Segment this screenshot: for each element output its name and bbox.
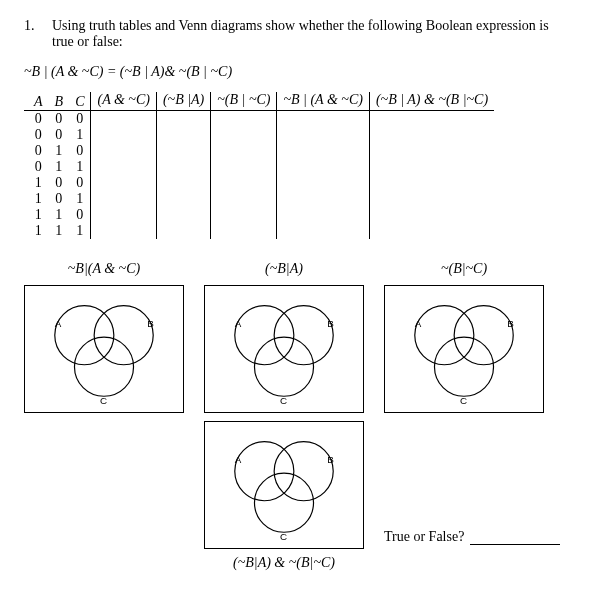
cell: [91, 143, 156, 159]
th-b: B: [49, 92, 70, 111]
svg-point-2: [74, 337, 133, 396]
cell: [211, 191, 277, 207]
cell: [91, 127, 156, 143]
venn-label-2: (~B|A): [265, 261, 303, 279]
cell: [369, 143, 494, 159]
th-c: C: [69, 92, 91, 111]
venn-box-1: A B C: [24, 285, 184, 413]
cell: [211, 111, 277, 128]
cell: 0: [24, 143, 49, 159]
svg-point-4: [274, 306, 333, 365]
th-col5: (~B | A) & ~(B |~C): [369, 92, 494, 111]
venn-c-label: C: [100, 395, 107, 406]
venn-a-label: A: [235, 318, 242, 329]
cell: [156, 191, 210, 207]
cell: [369, 223, 494, 239]
true-false-prompt: True or False?: [384, 529, 560, 573]
cell: 1: [69, 191, 91, 207]
cell: [156, 175, 210, 191]
cell: [369, 127, 494, 143]
svg-point-3: [235, 306, 294, 365]
cell: [369, 159, 494, 175]
venn-c-label: C: [460, 395, 467, 406]
cell: [369, 111, 494, 128]
cell: 0: [69, 175, 91, 191]
svg-point-11: [254, 473, 313, 532]
answer-blank[interactable]: [470, 530, 560, 545]
cell: [211, 127, 277, 143]
svg-point-6: [415, 306, 474, 365]
cell: 0: [24, 111, 49, 128]
venn-col-1: ~B|(A & ~C) A B C: [24, 261, 184, 413]
cell: 0: [49, 175, 70, 191]
cell: 1: [69, 159, 91, 175]
cell: [91, 207, 156, 223]
truth-table-header-row: A B C (A & ~C) (~B |A) ~(B | ~C) ~B | (A…: [24, 92, 494, 111]
cell: [277, 191, 369, 207]
venn-b-label: B: [327, 318, 334, 329]
boolean-expression: ~B | (A & ~C) = (~B | A)& ~(B | ~C): [24, 64, 572, 80]
venn-c-label: C: [280, 531, 287, 542]
cell: 0: [49, 191, 70, 207]
cell: 1: [24, 175, 49, 191]
th-col3: ~(B | ~C): [211, 92, 277, 111]
cell: [91, 111, 156, 128]
truth-table: A B C (A & ~C) (~B |A) ~(B | ~C) ~B | (A…: [24, 92, 494, 239]
cell: [369, 191, 494, 207]
cell: [91, 223, 156, 239]
cell: 0: [49, 111, 70, 128]
th-col2: (~B |A): [156, 92, 210, 111]
svg-point-0: [55, 306, 114, 365]
venn-box-3: A B C: [384, 285, 544, 413]
venn-b-label: B: [327, 454, 334, 465]
table-row: 1 1 1: [24, 223, 494, 239]
table-row: 0 1 0: [24, 143, 494, 159]
question-text: Using truth tables and Venn diagrams sho…: [52, 18, 572, 50]
th-col1: (A & ~C): [91, 92, 156, 111]
venn-label-1: ~B|(A & ~C): [68, 261, 140, 279]
cell: 1: [24, 191, 49, 207]
svg-point-7: [454, 306, 513, 365]
cell: [277, 159, 369, 175]
table-row: 0 1 1: [24, 159, 494, 175]
svg-point-10: [274, 442, 333, 501]
venn-c-label: C: [280, 395, 287, 406]
question-number: 1.: [24, 18, 52, 50]
cell: [211, 159, 277, 175]
venn-b-label: B: [147, 318, 154, 329]
table-row: 1 1 0: [24, 207, 494, 223]
cell: 1: [49, 223, 70, 239]
cell: [211, 207, 277, 223]
venn-row-bottom: A B C (~B|A) & ~(B|~C) True or False?: [24, 421, 572, 573]
svg-point-1: [94, 306, 153, 365]
cell: 0: [69, 111, 91, 128]
cell: [211, 223, 277, 239]
cell: [277, 223, 369, 239]
cell: [91, 175, 156, 191]
cell: [156, 207, 210, 223]
cell: [277, 207, 369, 223]
cell: 1: [24, 223, 49, 239]
venn-label-bottom: (~B|A) & ~(B|~C): [233, 555, 335, 573]
cell: [211, 143, 277, 159]
cell: 0: [24, 127, 49, 143]
venn-col-3: ~(B|~C) A B C: [384, 261, 544, 413]
venn-b-label: B: [507, 318, 514, 329]
venn-a-label: A: [235, 454, 242, 465]
cell: [369, 175, 494, 191]
tf-text: True or False?: [384, 529, 464, 545]
cell: [277, 175, 369, 191]
cell: [277, 143, 369, 159]
cell: 1: [69, 223, 91, 239]
venn-box-2: A B C: [204, 285, 364, 413]
cell: 0: [69, 143, 91, 159]
cell: [156, 111, 210, 128]
cell: [156, 223, 210, 239]
question: 1. Using truth tables and Venn diagrams …: [24, 18, 572, 50]
venn-col-2: (~B|A) A B C: [204, 261, 364, 413]
cell: 1: [49, 207, 70, 223]
cell: 0: [69, 207, 91, 223]
cell: 0: [24, 159, 49, 175]
cell: [156, 159, 210, 175]
venn-box-4: A B C: [204, 421, 364, 549]
